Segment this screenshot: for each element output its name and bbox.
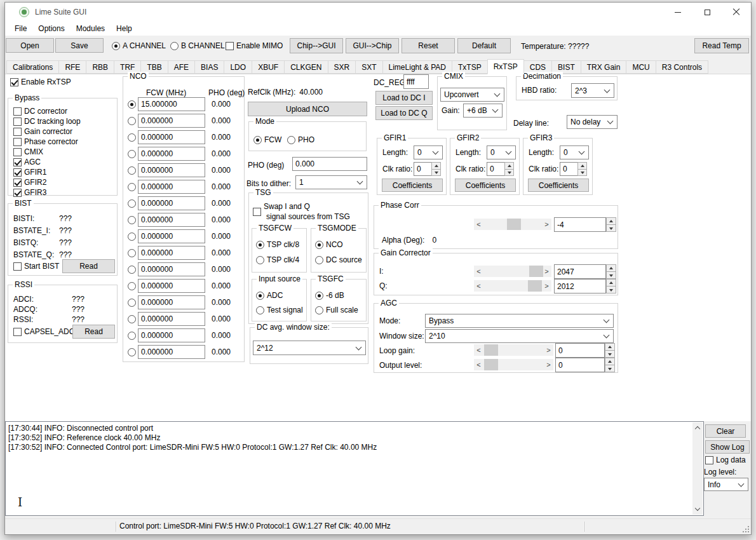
bypass-checkbox[interactable]: GFIR1	[13, 168, 81, 177]
tsgfcw-clk4-radio[interactable]: TSP clk/4	[256, 255, 299, 264]
tab[interactable]: RBB	[86, 60, 114, 74]
radio-icon[interactable]	[170, 42, 179, 50]
phase-corr-input[interactable]	[554, 217, 606, 232]
read-temp-button[interactable]: Read Temp	[694, 38, 749, 53]
radio-icon[interactable]	[256, 306, 264, 314]
tsgfcw-clk8-radio[interactable]: TSP clk/8	[256, 240, 299, 249]
arrow-right-icon[interactable]	[542, 219, 551, 230]
nco-fcw-input[interactable]	[138, 328, 205, 342]
nco-select-radio[interactable]	[128, 332, 136, 340]
arrow-down-icon[interactable]	[577, 169, 587, 177]
show-log-button[interactable]: Show Log	[705, 440, 750, 454]
bist-read-button[interactable]: Read	[62, 259, 115, 273]
gain-i-spinner[interactable]	[606, 264, 616, 279]
nco-fcw-input[interactable]	[138, 213, 205, 227]
start-bist-checkbox[interactable]: Start BIST	[13, 262, 59, 271]
mode-fcw-radio[interactable]: FCW	[253, 135, 281, 144]
bypass-checkbox[interactable]: GFIR2	[13, 178, 81, 187]
gfir-clk-ratio-spinner[interactable]	[577, 162, 587, 176]
tsgmode-nco-radio[interactable]: NCO	[315, 240, 343, 249]
menu-item[interactable]: File	[9, 22, 32, 36]
pho-deg-input[interactable]	[292, 157, 367, 171]
arrow-left-icon[interactable]	[474, 219, 483, 230]
channel-a-radio[interactable]: A CHANNEL	[112, 41, 166, 50]
arrow-down-icon[interactable]	[606, 224, 616, 232]
nco-fcw-input[interactable]	[138, 279, 205, 293]
checkbox-icon[interactable]	[13, 128, 22, 136]
log-level-select[interactable]: Info	[704, 478, 748, 491]
nco-select-radio[interactable]	[128, 133, 136, 142]
slider-track[interactable]	[483, 219, 542, 230]
log-data-checkbox[interactable]: Log data	[705, 456, 746, 464]
checkbox-icon[interactable]	[13, 148, 22, 156]
nco-select-radio[interactable]	[128, 150, 136, 158]
input-adc-radio[interactable]: ADC	[256, 291, 283, 300]
bits-to-dither-select[interactable]: 1	[295, 175, 367, 189]
menu-item[interactable]: Options	[32, 22, 70, 36]
open-button[interactable]: Open	[6, 38, 54, 53]
tab[interactable]: XBUF	[252, 60, 285, 74]
slider-thumb[interactable]	[529, 266, 543, 277]
slider-track[interactable]	[483, 280, 542, 292]
checkbox-icon[interactable]	[13, 158, 22, 166]
agc-output-level-spinner[interactable]	[605, 358, 615, 372]
tab[interactable]: RFE	[58, 60, 86, 74]
slider-thumb[interactable]	[528, 280, 542, 292]
mode-pho-radio[interactable]: PHO	[287, 135, 314, 144]
gfir-length-select[interactable]: 0	[560, 145, 589, 159]
reset-button[interactable]: Reset	[402, 38, 455, 53]
input-test-radio[interactable]: Test signal	[256, 306, 303, 314]
cmix-gain-select[interactable]: +6 dB	[463, 104, 503, 118]
agc-window-select[interactable]: 2^10	[425, 329, 614, 343]
bypass-checkbox[interactable]: AGC	[13, 158, 81, 166]
nco-select-radio[interactable]	[128, 183, 136, 191]
arrow-down-icon[interactable]	[606, 286, 616, 294]
dc-avg-select[interactable]: 2^12	[253, 341, 366, 355]
slider-thumb[interactable]	[484, 344, 498, 356]
tsgfc-6db-radio[interactable]: -6 dB	[315, 291, 344, 300]
log-output[interactable]: [17:30:44] INFO: Disconnected control po…	[5, 421, 704, 516]
slider-track[interactable]	[483, 266, 542, 277]
gfir-coefficients-button[interactable]: Coefficients	[528, 179, 589, 192]
checkbox-icon[interactable]	[13, 118, 22, 126]
agc-output-level-input[interactable]	[555, 358, 605, 372]
nco-select-radio[interactable]	[128, 348, 136, 356]
nco-select-radio[interactable]	[128, 199, 136, 208]
gfir-length-select[interactable]: 0	[487, 145, 516, 159]
arrow-down-icon[interactable]	[606, 271, 616, 279]
nco-fcw-input[interactable]	[138, 312, 205, 326]
arrow-down-icon[interactable]	[431, 169, 441, 177]
nco-select-radio[interactable]	[128, 266, 136, 274]
agc-loop-gain-input[interactable]	[555, 343, 605, 358]
checkbox-icon[interactable]	[13, 107, 22, 116]
channel-b-radio[interactable]: B CHANNEL	[170, 41, 225, 50]
gain-q-spinner[interactable]	[606, 279, 616, 294]
nco-select-radio[interactable]	[128, 117, 136, 125]
agc-loop-gain-spinner[interactable]	[605, 343, 615, 358]
menu-item[interactable]: Help	[111, 22, 138, 36]
arrow-left-icon[interactable]	[474, 280, 483, 292]
close-button[interactable]	[722, 3, 751, 22]
tab[interactable]: TRX Gain	[581, 60, 627, 74]
cmix-mode-select[interactable]: Upconvert	[440, 88, 504, 102]
radio-icon[interactable]	[315, 306, 323, 314]
arrow-right-icon[interactable]	[544, 359, 553, 370]
gfir-length-select[interactable]: 0	[414, 145, 443, 159]
log-scrollbar[interactable]	[692, 422, 703, 515]
enable-mimo-checkbox[interactable]: Enable MIMO	[226, 41, 283, 50]
slider-track[interactable]	[483, 344, 544, 356]
radio-icon[interactable]	[256, 292, 264, 300]
nco-select-radio[interactable]	[128, 166, 136, 175]
radio-icon[interactable]	[315, 256, 323, 264]
slider-track[interactable]	[483, 359, 544, 370]
phase-corr-slider[interactable]	[474, 219, 551, 230]
agc-loop-gain-slider[interactable]	[474, 344, 553, 356]
radio-icon[interactable]	[315, 241, 323, 249]
bypass-checkbox[interactable]: GFIR3	[13, 188, 81, 197]
nco-fcw-input[interactable]	[138, 196, 205, 210]
nco-fcw-input[interactable]	[138, 114, 205, 128]
enable-rxtsp-checkbox[interactable]: Enable RxTSP	[10, 78, 71, 86]
radio-icon[interactable]	[287, 136, 295, 144]
minimize-button[interactable]	[663, 3, 692, 22]
arrow-down-icon[interactable]	[605, 365, 615, 372]
